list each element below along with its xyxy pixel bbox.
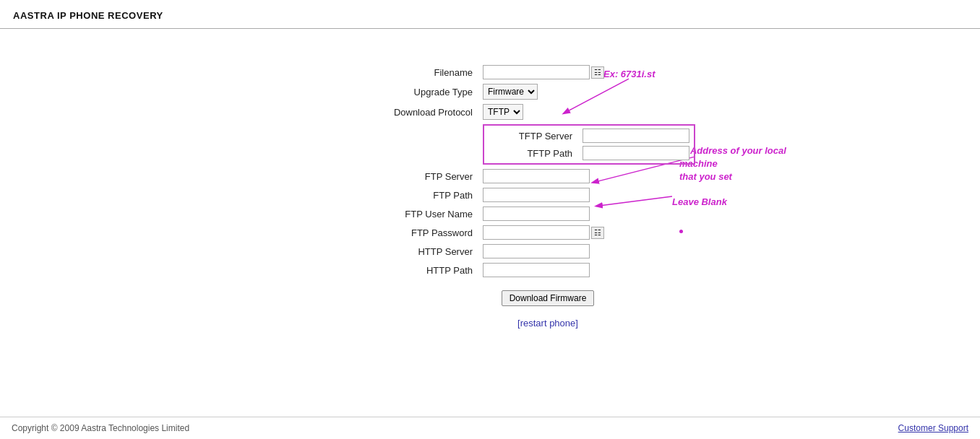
ftp-server-label: FTP Server bbox=[367, 171, 483, 182]
ftp-path-label: FTP Path bbox=[367, 190, 483, 201]
http-server-label: HTTP Server bbox=[367, 246, 483, 257]
filename-browse-icon[interactable]: ☷ bbox=[591, 66, 604, 79]
ftp-path-input[interactable] bbox=[483, 188, 590, 202]
ftp-server-input[interactable] bbox=[483, 169, 590, 183]
http-server-input[interactable] bbox=[483, 244, 590, 258]
tftp-server-label: TFTP Server bbox=[489, 131, 583, 142]
upgrade-type-select[interactable]: Firmware bbox=[483, 84, 538, 100]
ftp-password-input[interactable] bbox=[483, 225, 590, 240]
customer-support-link[interactable]: Customer Support bbox=[898, 423, 968, 433]
ftp-username-input[interactable] bbox=[483, 207, 590, 221]
http-path-label: HTTP Path bbox=[367, 265, 483, 276]
restart-phone-link[interactable]: [restart phone] bbox=[517, 318, 578, 329]
download-protocol-select[interactable]: TFTP bbox=[483, 104, 523, 120]
filename-input[interactable] bbox=[483, 65, 590, 79]
ftp-password-label: FTP Password bbox=[367, 227, 483, 238]
download-firmware-button[interactable]: Download Firmware bbox=[502, 290, 595, 306]
tftp-path-input[interactable] bbox=[583, 146, 689, 160]
page-title: AASTRA IP PHONE RECOVERY bbox=[13, 10, 967, 21]
filename-label: Filename bbox=[367, 67, 483, 78]
tftp-server-input[interactable] bbox=[583, 129, 689, 143]
tftp-highlight-box: TFTP Server TFTP Path bbox=[483, 124, 695, 165]
tftp-path-label: TFTP Path bbox=[489, 148, 583, 159]
upgrade-type-label: Upgrade Type bbox=[367, 87, 483, 97]
http-path-input[interactable] bbox=[483, 263, 590, 277]
footer-copyright: Copyright © 2009 Aastra Technologies Lim… bbox=[12, 423, 189, 433]
download-protocol-label: Download Protocol bbox=[367, 107, 483, 118]
ftp-password-icon[interactable]: ☷ bbox=[591, 227, 604, 239]
ftp-username-label: FTP User Name bbox=[367, 209, 483, 220]
